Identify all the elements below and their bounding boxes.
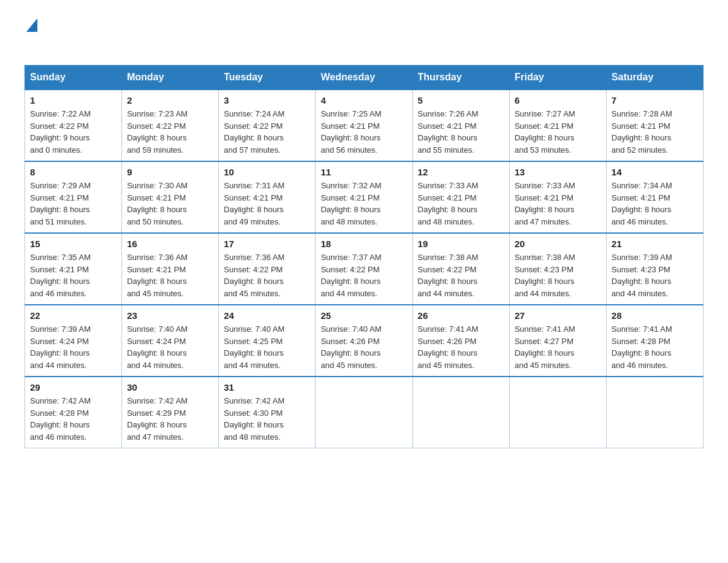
day-number: 8 — [30, 167, 116, 177]
calendar-cell: 15 Sunrise: 7:35 AMSunset: 4:21 PMDaylig… — [25, 233, 122, 305]
calendar-cell: 24 Sunrise: 7:40 AMSunset: 4:25 PMDaylig… — [219, 305, 316, 377]
day-info: Sunrise: 7:41 AMSunset: 4:26 PMDaylight:… — [418, 323, 504, 371]
day-number: 18 — [320, 239, 407, 249]
calendar-week-row: 8 Sunrise: 7:29 AMSunset: 4:21 PMDayligh… — [25, 161, 703, 233]
calendar-cell: 22 Sunrise: 7:39 AMSunset: 4:24 PMDaylig… — [25, 305, 122, 377]
calendar-cell: 18 Sunrise: 7:37 AMSunset: 4:22 PMDaylig… — [316, 233, 412, 305]
day-number: 21 — [612, 239, 698, 249]
calendar-cell: 31 Sunrise: 7:42 AMSunset: 4:30 PMDaylig… — [219, 377, 316, 448]
calendar-cell: 23 Sunrise: 7:40 AMSunset: 4:24 PMDaylig… — [122, 305, 219, 377]
calendar-cell: 21 Sunrise: 7:39 AMSunset: 4:23 PMDaylig… — [606, 233, 703, 305]
day-number: 15 — [30, 239, 116, 249]
day-number: 1 — [30, 95, 116, 105]
day-info: Sunrise: 7:34 AMSunset: 4:21 PMDaylight:… — [612, 180, 698, 228]
day-info: Sunrise: 7:40 AMSunset: 4:24 PMDaylight:… — [127, 323, 213, 371]
day-info: Sunrise: 7:33 AMSunset: 4:21 PMDaylight:… — [418, 180, 504, 228]
day-number: 12 — [418, 167, 504, 177]
calendar-cell: 27 Sunrise: 7:41 AMSunset: 4:27 PMDaylig… — [509, 305, 606, 377]
day-number: 24 — [224, 310, 310, 321]
calendar-cell: 10 Sunrise: 7:31 AMSunset: 4:21 PMDaylig… — [219, 161, 316, 233]
header-friday: Friday — [509, 66, 606, 90]
day-number: 11 — [320, 167, 407, 177]
day-number: 28 — [612, 310, 698, 321]
day-number: 14 — [612, 167, 698, 177]
header-saturday: Saturday — [606, 66, 703, 90]
logo-triangle-icon — [26, 18, 37, 34]
calendar-cell — [606, 377, 703, 448]
calendar-cell: 13 Sunrise: 7:33 AMSunset: 4:21 PMDaylig… — [509, 161, 606, 233]
day-info: Sunrise: 7:33 AMSunset: 4:21 PMDaylight:… — [515, 180, 601, 228]
day-number: 19 — [418, 239, 504, 249]
day-info: Sunrise: 7:36 AMSunset: 4:22 PMDaylight:… — [224, 251, 310, 299]
calendar-cell: 6 Sunrise: 7:27 AMSunset: 4:21 PMDayligh… — [509, 90, 606, 161]
calendar-table: Sunday Monday Tuesday Wednesday Thursday… — [25, 65, 703, 448]
day-info: Sunrise: 7:35 AMSunset: 4:21 PMDaylight:… — [30, 251, 116, 299]
header-tuesday: Tuesday — [219, 66, 316, 90]
logo — [25, 18, 37, 53]
day-info: Sunrise: 7:41 AMSunset: 4:28 PMDaylight:… — [612, 323, 698, 371]
day-info: Sunrise: 7:42 AMSunset: 4:28 PMDaylight:… — [30, 395, 116, 443]
day-info: Sunrise: 7:38 AMSunset: 4:23 PMDaylight:… — [515, 251, 601, 299]
calendar-cell: 9 Sunrise: 7:30 AMSunset: 4:21 PMDayligh… — [122, 161, 219, 233]
day-number: 17 — [224, 239, 310, 249]
calendar-cell: 17 Sunrise: 7:36 AMSunset: 4:22 PMDaylig… — [219, 233, 316, 305]
day-number: 16 — [127, 239, 213, 249]
calendar-cell: 5 Sunrise: 7:26 AMSunset: 4:21 PMDayligh… — [412, 90, 509, 161]
day-info: Sunrise: 7:28 AMSunset: 4:21 PMDaylight:… — [612, 108, 698, 156]
calendar-week-row: 15 Sunrise: 7:35 AMSunset: 4:21 PMDaylig… — [25, 233, 703, 305]
day-info: Sunrise: 7:40 AMSunset: 4:26 PMDaylight:… — [320, 323, 407, 371]
day-info: Sunrise: 7:27 AMSunset: 4:21 PMDaylight:… — [515, 108, 601, 156]
day-number: 30 — [127, 382, 213, 393]
calendar-week-row: 1 Sunrise: 7:22 AMSunset: 4:22 PMDayligh… — [25, 90, 703, 161]
svg-marker-0 — [26, 18, 37, 32]
calendar-cell — [509, 377, 606, 448]
day-number: 2 — [127, 95, 213, 105]
day-number: 31 — [224, 382, 310, 393]
calendar-cell: 14 Sunrise: 7:34 AMSunset: 4:21 PMDaylig… — [606, 161, 703, 233]
day-info: Sunrise: 7:39 AMSunset: 4:23 PMDaylight:… — [612, 251, 698, 299]
page-header — [25, 18, 703, 53]
calendar-cell: 8 Sunrise: 7:29 AMSunset: 4:21 PMDayligh… — [25, 161, 122, 233]
header-wednesday: Wednesday — [316, 66, 412, 90]
day-info: Sunrise: 7:32 AMSunset: 4:21 PMDaylight:… — [320, 180, 407, 228]
day-info: Sunrise: 7:40 AMSunset: 4:25 PMDaylight:… — [224, 323, 310, 371]
day-number: 29 — [30, 382, 116, 393]
day-number: 3 — [224, 95, 310, 105]
calendar-cell: 16 Sunrise: 7:36 AMSunset: 4:21 PMDaylig… — [122, 233, 219, 305]
day-info: Sunrise: 7:41 AMSunset: 4:27 PMDaylight:… — [515, 323, 601, 371]
calendar-cell: 1 Sunrise: 7:22 AMSunset: 4:22 PMDayligh… — [25, 90, 122, 161]
calendar-cell: 3 Sunrise: 7:24 AMSunset: 4:22 PMDayligh… — [219, 90, 316, 161]
header-sunday: Sunday — [25, 66, 122, 90]
day-number: 25 — [320, 310, 407, 321]
calendar-cell: 26 Sunrise: 7:41 AMSunset: 4:26 PMDaylig… — [412, 305, 509, 377]
day-number: 6 — [515, 95, 601, 105]
header-thursday: Thursday — [412, 66, 509, 90]
calendar-cell: 2 Sunrise: 7:23 AMSunset: 4:22 PMDayligh… — [122, 90, 219, 161]
day-info: Sunrise: 7:30 AMSunset: 4:21 PMDaylight:… — [127, 180, 213, 228]
calendar-week-row: 22 Sunrise: 7:39 AMSunset: 4:24 PMDaylig… — [25, 305, 703, 377]
calendar-cell — [316, 377, 412, 448]
day-info: Sunrise: 7:26 AMSunset: 4:21 PMDaylight:… — [418, 108, 504, 156]
day-info: Sunrise: 7:42 AMSunset: 4:30 PMDaylight:… — [224, 395, 310, 443]
day-info: Sunrise: 7:31 AMSunset: 4:21 PMDaylight:… — [224, 180, 310, 228]
day-info: Sunrise: 7:37 AMSunset: 4:22 PMDaylight:… — [320, 251, 407, 299]
day-info: Sunrise: 7:42 AMSunset: 4:29 PMDaylight:… — [127, 395, 213, 443]
day-number: 23 — [127, 310, 213, 321]
day-info: Sunrise: 7:38 AMSunset: 4:22 PMDaylight:… — [418, 251, 504, 299]
day-number: 10 — [224, 167, 310, 177]
calendar-cell: 30 Sunrise: 7:42 AMSunset: 4:29 PMDaylig… — [122, 377, 219, 448]
calendar-week-row: 29 Sunrise: 7:42 AMSunset: 4:28 PMDaylig… — [25, 377, 703, 448]
calendar-cell: 20 Sunrise: 7:38 AMSunset: 4:23 PMDaylig… — [509, 233, 606, 305]
calendar-header-row: Sunday Monday Tuesday Wednesday Thursday… — [25, 66, 703, 90]
calendar-cell: 4 Sunrise: 7:25 AMSunset: 4:21 PMDayligh… — [316, 90, 412, 161]
day-number: 20 — [515, 239, 601, 249]
day-number: 9 — [127, 167, 213, 177]
day-info: Sunrise: 7:25 AMSunset: 4:21 PMDaylight:… — [320, 108, 407, 156]
day-number: 13 — [515, 167, 601, 177]
day-info: Sunrise: 7:36 AMSunset: 4:21 PMDaylight:… — [127, 251, 213, 299]
calendar-cell — [412, 377, 509, 448]
calendar-cell: 12 Sunrise: 7:33 AMSunset: 4:21 PMDaylig… — [412, 161, 509, 233]
day-number: 7 — [612, 95, 698, 105]
calendar-cell: 7 Sunrise: 7:28 AMSunset: 4:21 PMDayligh… — [606, 90, 703, 161]
day-number: 5 — [418, 95, 504, 105]
